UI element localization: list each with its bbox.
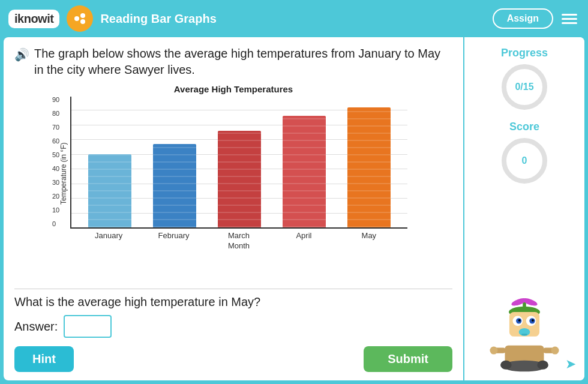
- bottom-question-text: What is the average high temperature in …: [14, 295, 452, 309]
- chart-title: Average High Temperatures: [174, 84, 293, 94]
- assign-button[interactable]: Assign: [493, 8, 553, 29]
- submit-button[interactable]: Submit: [364, 346, 452, 372]
- y-tick: 50: [52, 152, 59, 158]
- x-axis-label: February: [141, 231, 206, 240]
- svg-point-22: [537, 361, 548, 370]
- menu-line-2: [562, 18, 577, 20]
- button-row: Hint Submit: [14, 346, 452, 372]
- robot-character: [485, 296, 563, 374]
- svg-point-25: [490, 347, 497, 355]
- hint-button[interactable]: Hint: [14, 346, 74, 372]
- y-tick: 30: [52, 179, 59, 186]
- x-axis-label: April: [271, 231, 336, 240]
- bar-group: [272, 97, 337, 227]
- topic-title: Reading Bar Graphs: [100, 12, 485, 26]
- answer-label: Answer:: [14, 320, 58, 334]
- main-area: 🔊 The graph below shows the average high…: [4, 37, 584, 380]
- svg-point-26: [551, 347, 559, 355]
- progress-circle: 0/15: [500, 63, 548, 111]
- svg-point-15: [518, 319, 521, 322]
- score-section: Score 0: [500, 121, 548, 185]
- x-axis-title: Month: [70, 241, 407, 250]
- svg-point-21: [500, 361, 512, 370]
- chart-bar: [153, 144, 196, 227]
- y-tick: 20: [52, 193, 59, 200]
- menu-line-1: [562, 14, 577, 16]
- intro-text: The graph below shows the average high t…: [34, 46, 452, 78]
- chart-plot: 0102030405060708090: [70, 97, 407, 229]
- logo-text: iknowit: [14, 12, 53, 25]
- x-axis-label: May: [337, 231, 401, 240]
- header-right: Assign: [493, 8, 580, 29]
- y-tick: 60: [52, 138, 59, 145]
- svg-point-16: [532, 319, 534, 322]
- svg-point-1: [80, 13, 85, 18]
- progress-label: Progress: [501, 47, 548, 59]
- x-axis-label: January: [76, 231, 141, 240]
- progress-value: 0/15: [515, 82, 533, 92]
- progress-section: Progress 0/15: [500, 47, 548, 111]
- chart-wrapper: Temperature (in °F) 0102030405060708090 …: [59, 97, 407, 250]
- menu-button[interactable]: [559, 11, 580, 26]
- y-tick: 80: [52, 110, 59, 117]
- svg-rect-7: [523, 302, 526, 312]
- sound-icon[interactable]: 🔊: [14, 47, 29, 63]
- answer-row: Answer:: [14, 315, 452, 338]
- y-axis-label: Temperature (in °F): [59, 97, 68, 250]
- bar-group: [337, 97, 401, 227]
- menu-line-3: [562, 22, 577, 24]
- score-value: 0: [522, 155, 527, 166]
- chart-inner: 0102030405060708090 JanuaryFebruaryMarch…: [70, 97, 407, 250]
- svg-rect-18: [521, 334, 527, 335]
- sidebar: Progress 0/15 Score 0: [464, 37, 584, 380]
- question-intro: 🔊 The graph below shows the average high…: [14, 46, 452, 78]
- svg-point-0: [74, 16, 79, 21]
- y-tick: 70: [52, 124, 59, 131]
- chart-bar: [218, 131, 261, 227]
- next-arrow-icon[interactable]: ➤: [565, 356, 576, 372]
- header: iknowit Reading Bar Graphs Assign: [0, 0, 588, 37]
- chart-bar: [283, 116, 326, 227]
- x-axis-label: March: [206, 231, 271, 240]
- y-tick: 10: [52, 207, 59, 214]
- score-circle: 0: [500, 137, 548, 185]
- content-panel: 🔊 The graph below shows the average high…: [4, 37, 464, 380]
- bar-group: [77, 97, 142, 227]
- chart-bar: [88, 154, 131, 227]
- y-tick: 90: [52, 97, 59, 103]
- y-tick: 40: [52, 166, 59, 172]
- y-ticks: 0102030405060708090: [52, 97, 59, 227]
- answer-input[interactable]: [64, 315, 112, 338]
- logo: iknowit: [8, 10, 59, 28]
- bar-group: [207, 97, 272, 227]
- topic-icon: [67, 5, 93, 32]
- chart-bar: [347, 107, 391, 227]
- x-labels: JanuaryFebruaryMarchAprilMay: [70, 231, 407, 240]
- robot-area: ➤: [470, 194, 578, 374]
- bar-group: [142, 97, 207, 227]
- y-tick: 0: [52, 221, 59, 227]
- topic-dots-icon: [71, 10, 88, 27]
- bottom-question: What is the average high temperature in …: [14, 289, 452, 372]
- score-label: Score: [509, 121, 539, 133]
- svg-point-2: [80, 19, 85, 24]
- chart-container: Average High Temperatures Temperature (i…: [14, 84, 452, 284]
